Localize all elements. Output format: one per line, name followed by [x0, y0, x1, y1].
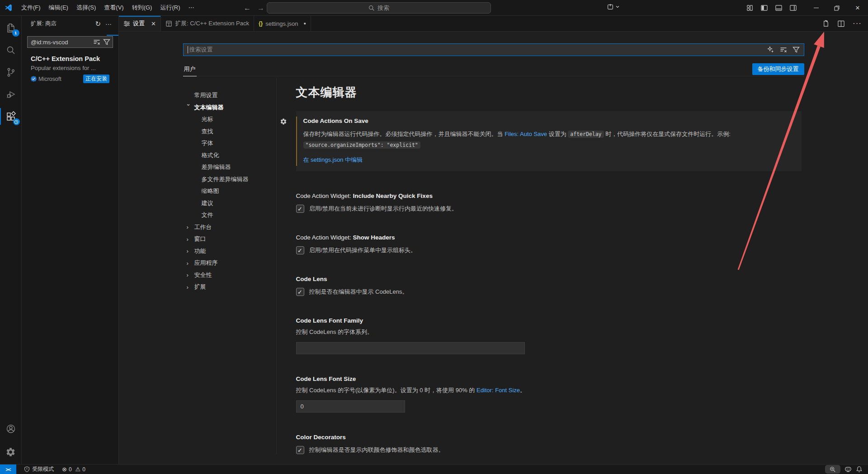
menu-selection[interactable]: 选择(S)	[72, 2, 100, 13]
checkbox-checked[interactable]: ✓	[296, 288, 304, 296]
toc-item-commonly-used[interactable]: 常用设置	[183, 89, 276, 102]
font-size-input[interactable]: 0	[296, 400, 405, 413]
toc-item-find[interactable]: 查找	[183, 126, 276, 138]
status-bar: >< 受限模式 ⊗ 0 ⚠ 0	[0, 464, 868, 474]
settings-sliders-icon	[123, 20, 130, 27]
remote-indicator[interactable]: ><	[0, 465, 16, 474]
explorer-icon[interactable]: 1	[0, 17, 22, 39]
setting-gear-icon[interactable]	[280, 118, 287, 125]
problems-item[interactable]: ⊗ 0 ⚠ 0	[58, 466, 90, 473]
setting-row-code-lens-font-family: Code Lens Font Family 控制 CodeLens 的字体系列。	[296, 317, 800, 354]
minimize-button[interactable]	[806, 0, 826, 16]
toc-item-formatting[interactable]: 格式化	[183, 150, 276, 162]
tab-settings[interactable]: 设置 ✕	[119, 16, 161, 31]
toc-item-cursor[interactable]: 光标	[183, 113, 276, 126]
chevron-right-icon: ›	[187, 260, 194, 267]
toggle-panel-icon[interactable]	[775, 4, 783, 12]
menu-edit[interactable]: 编辑(E)	[45, 2, 72, 13]
tab-label: 扩展: C/C++ Extension Pack	[175, 19, 249, 28]
checkbox-checked[interactable]: ✓	[296, 205, 304, 213]
extensions-search-input[interactable]: @id:ms-vscod	[27, 36, 113, 48]
extension-list-item[interactable]: C/C++ Extension Pack Popular extensions …	[22, 48, 118, 88]
forward-arrow-icon[interactable]: →	[255, 0, 267, 16]
ai-sparkle-icon[interactable]	[767, 46, 774, 53]
customize-layout-icon[interactable]	[746, 4, 754, 12]
command-center-search[interactable]: 搜索	[267, 2, 491, 14]
restricted-mode-item[interactable]: 受限模式	[20, 465, 58, 474]
toc-item-text-editor[interactable]: ›文本编辑器	[183, 102, 276, 114]
menu-file[interactable]: 文件(F)	[17, 2, 45, 13]
refresh-icon[interactable]: ↻	[93, 20, 103, 28]
settings-gear-icon[interactable]	[0, 440, 22, 464]
toggle-primary-sidebar-icon[interactable]	[760, 4, 768, 12]
checkbox-checked[interactable]: ✓	[296, 246, 304, 254]
setting-description: 启用/禁用在代码操作菜单中显示组标头。	[309, 246, 417, 254]
toc-item-font[interactable]: 字体	[183, 137, 276, 150]
tab-label: settings.json	[265, 20, 298, 27]
menu-more[interactable]: ⋯	[184, 2, 198, 13]
open-settings-json-icon[interactable]	[822, 20, 830, 28]
menu-goto[interactable]: 转到(G)	[128, 2, 156, 13]
copilot-status-icon[interactable]	[844, 466, 852, 473]
restore-button[interactable]	[826, 0, 847, 16]
checkbox-checked[interactable]: ✓	[296, 446, 304, 454]
source-control-icon[interactable]	[0, 61, 22, 83]
sync-window-dropdown[interactable]	[606, 3, 620, 11]
setting-row-code-lens-font-size: Code Lens Font Size 控制 CodeLens 的字号(以像素为…	[296, 375, 800, 413]
toc-item-diff-editor[interactable]: 差异编辑器	[183, 161, 276, 174]
toc-item-minimap[interactable]: 缩略图	[183, 185, 276, 197]
toggle-secondary-sidebar-icon[interactable]	[789, 4, 797, 12]
toc-item-extensions[interactable]: ›扩展	[183, 281, 276, 293]
toc-item-features[interactable]: ›功能	[183, 245, 276, 258]
accounts-icon[interactable]	[0, 418, 22, 440]
filter-funnel-icon[interactable]	[103, 38, 110, 46]
edit-in-settings-json-link[interactable]: 在 settings.json 中编辑	[303, 156, 363, 164]
code-chip: "source.organizeImports": "explicit"	[303, 141, 420, 149]
editor-more-actions-icon[interactable]: ···	[853, 19, 862, 28]
modified-dot-icon[interactable]: ●	[304, 21, 306, 26]
toc-item-files[interactable]: 文件	[183, 209, 276, 221]
font-family-input[interactable]	[296, 342, 525, 354]
backup-sync-settings-button[interactable]: 备份和同步设置	[752, 63, 804, 75]
files-auto-save-link[interactable]: Files: Auto Save	[505, 131, 547, 137]
settings-search-placeholder: 搜索设置	[189, 46, 767, 54]
json-braces-icon: {}	[259, 20, 263, 27]
editor-font-size-link[interactable]: Editor: Font Size	[476, 387, 520, 394]
chevron-down-icon: ›	[185, 104, 192, 112]
settings-search-input[interactable]: 搜索设置	[183, 43, 804, 56]
close-window-button[interactable]: ✕	[847, 0, 868, 16]
settings-filter-funnel-icon[interactable]	[793, 46, 800, 53]
section-heading: 文本编辑器	[296, 84, 800, 100]
setting-title: Code Actions On Save	[303, 117, 368, 124]
clear-filter-icon[interactable]	[93, 38, 100, 46]
toc-item-window[interactable]: ›窗口	[183, 233, 276, 245]
views-more-icon[interactable]: ···	[103, 20, 114, 28]
toc-item-security[interactable]: ›安全性	[183, 269, 276, 282]
search-view-icon[interactable]	[0, 39, 22, 61]
menu-view[interactable]: 查看(V)	[100, 2, 127, 13]
setting-row-code-actions-on-save[interactable]: Code Actions On Save 保存时为编辑器运行代码操作。必须指定代…	[296, 111, 802, 171]
scope-tab-user[interactable]: 用户	[183, 62, 197, 76]
zoom-status-icon[interactable]	[825, 465, 840, 474]
chevron-right-icon: ›	[187, 272, 194, 278]
toc-item-application[interactable]: ›应用程序	[183, 257, 276, 269]
install-progress-bar	[107, 35, 118, 36]
chevron-right-icon: ›	[187, 248, 194, 254]
notifications-bell-icon[interactable]	[856, 466, 863, 473]
run-debug-icon[interactable]	[0, 83, 22, 105]
tab-extension-editor[interactable]: 扩展: C/C++ Extension Pack	[161, 16, 254, 31]
extensions-icon[interactable]	[0, 105, 22, 127]
split-editor-icon[interactable]	[837, 20, 845, 28]
restricted-mode-label: 受限模式	[32, 465, 54, 473]
window-controls: ✕	[806, 0, 868, 16]
layout-controls	[746, 0, 797, 16]
toc-item-workbench[interactable]: ›工作台	[183, 221, 276, 234]
back-arrow-icon[interactable]: ←	[241, 0, 253, 16]
vscode-logo-icon	[5, 4, 13, 12]
clear-settings-filter-icon[interactable]	[780, 46, 787, 53]
tab-close-icon[interactable]: ✕	[151, 20, 156, 27]
menu-run[interactable]: 运行(R)	[156, 2, 184, 13]
tab-settings-json[interactable]: {} settings.json ●	[254, 16, 311, 31]
toc-item-suggestions[interactable]: 建议	[183, 197, 276, 210]
toc-item-multi-diff-editor[interactable]: 多文件差异编辑器	[183, 174, 276, 186]
